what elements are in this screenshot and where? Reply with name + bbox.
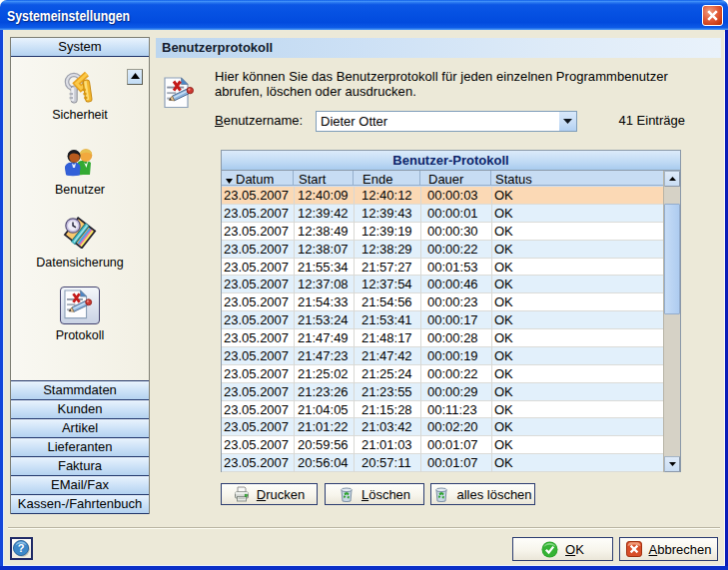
svg-text:?: ? — [18, 542, 25, 554]
